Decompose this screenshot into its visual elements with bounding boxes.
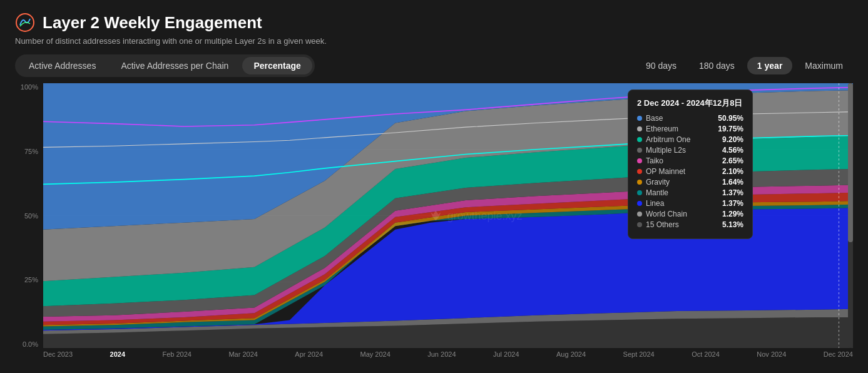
x-label-oct2024: Oct 2024 (692, 350, 720, 358)
tab-active-addresses-per-chain[interactable]: Active Addresses per Chain (110, 57, 240, 74)
others-label: 15 Others (646, 220, 679, 229)
tooltip-row-others: 15 Others 5.13% (637, 220, 743, 229)
y-label-75: 75% (24, 148, 38, 155)
arb-value: 9.20% (722, 135, 743, 144)
taiko-dot (637, 158, 642, 163)
header-row: Layer 2 Weekly Engagement (15, 13, 853, 33)
others-dot (637, 222, 642, 227)
x-label-2024: 2024 (110, 350, 125, 358)
base-label: Base (646, 114, 663, 123)
tab-percentage[interactable]: Percentage (242, 57, 312, 74)
x-label-aug2024: Aug 2024 (556, 350, 586, 358)
controls-row: Active Addresses Active Addresses per Ch… (15, 54, 853, 77)
mantle-dot (637, 190, 642, 195)
op-dot (637, 169, 642, 174)
worldchain-dot (637, 212, 642, 217)
gravity-label: Gravity (646, 178, 670, 186)
eth-dot (637, 126, 642, 131)
worldchain-value: 1.29% (722, 210, 743, 218)
y-label-50: 50% (24, 212, 38, 220)
tooltip-box: 2 Dec 2024 - 2024年12月8日 Base 50.95% Ethe… (628, 89, 753, 239)
time-filter-1y[interactable]: 1 year (747, 57, 792, 74)
arb-dot (637, 137, 642, 142)
op-value: 2.10% (722, 167, 743, 176)
legend-scrollbar-thumb (848, 83, 853, 242)
tooltip-row-multil2: Multiple L2s 4.56% (637, 146, 743, 155)
multil2-value: 4.56% (722, 146, 743, 155)
page-title: Layer 2 Weekly Engagement (43, 13, 262, 33)
time-filter-180d[interactable]: 180 days (689, 57, 745, 74)
tooltip-row-op: OP Mainnet 2.10% (637, 167, 743, 176)
taiko-value: 2.65% (722, 156, 743, 165)
logo-icon (15, 13, 35, 33)
x-label-jul2024: Jul 2024 (493, 350, 519, 358)
tooltip-row-mantle: Mantle 1.37% (637, 188, 743, 197)
chart-wrapper: 100% 75% 50% 25% 0.0% (15, 83, 853, 367)
multil2-label: Multiple L2s (646, 146, 686, 155)
x-label-mar2024: Mar 2024 (228, 350, 257, 358)
tooltip-row-gravity: Gravity 1.64% (637, 178, 743, 186)
base-dot (637, 116, 642, 121)
tooltip-row-linea: Linea 1.37% (637, 199, 743, 208)
x-label-may2024: May 2024 (360, 350, 390, 358)
mantle-value: 1.37% (722, 188, 743, 197)
gravity-value: 1.64% (722, 178, 743, 186)
x-label-sep2024: Sept 2024 (623, 350, 655, 358)
y-axis: 100% 75% 50% 25% 0.0% (15, 83, 43, 348)
multil2-dot (637, 148, 642, 153)
x-label-nov2024: Nov 2024 (757, 350, 786, 358)
x-label-apr2024: Apr 2024 (295, 350, 323, 358)
x-label-jun2024: Jun 2024 (427, 350, 456, 358)
x-axis: Dec 2023 2024 Feb 2024 Mar 2024 Apr 2024… (43, 348, 853, 367)
base-value: 50.95% (718, 114, 743, 123)
legend-scrollbar[interactable] (848, 83, 853, 348)
linea-dot (637, 201, 642, 206)
op-label: OP Mainnet (646, 167, 685, 176)
worldchain-label: World Chain (646, 210, 687, 218)
y-label-100: 100% (21, 83, 38, 91)
arb-label: Arbitrum One (646, 135, 690, 144)
y-label-25: 25% (24, 276, 38, 284)
x-label-dec2023: Dec 2023 (43, 350, 73, 358)
tab-active-addresses[interactable]: Active Addresses (18, 57, 107, 74)
time-filter-group: 90 days 180 days 1 year Maximum (636, 57, 853, 74)
eth-label: Ethereum (646, 125, 678, 133)
taiko-label: Taiko (646, 156, 663, 165)
tooltip-row-taiko: Taiko 2.65% (637, 156, 743, 165)
eth-value: 19.75% (718, 125, 743, 133)
tooltip-row-worldchain: World Chain 1.29% (637, 210, 743, 218)
chart-area: 100% 75% 50% 25% 0.0% (15, 83, 853, 367)
tooltip-date: 2 Dec 2024 - 2024年12月8日 (637, 98, 743, 109)
page-subtitle: Number of distinct addresses interacting… (15, 36, 853, 46)
mantle-label: Mantle (646, 188, 668, 197)
others-value: 5.13% (722, 220, 743, 229)
linea-value: 1.37% (722, 199, 743, 208)
linea-label: Linea (646, 199, 664, 208)
x-label-feb2024: Feb 2024 (162, 350, 191, 358)
tooltip-row-eth: Ethereum 19.75% (637, 125, 743, 133)
gravity-dot (637, 180, 642, 185)
main-container: Layer 2 Weekly Engagement Number of dist… (0, 0, 868, 373)
time-filter-max[interactable]: Maximum (795, 57, 853, 74)
tooltip-row-base: Base 50.95% (637, 114, 743, 123)
y-label-0: 0.0% (23, 340, 38, 348)
x-label-dec2024: Dec 2024 (824, 350, 853, 358)
tooltip-row-arb: Arbitrum One 9.20% (637, 135, 743, 144)
tab-group: Active Addresses Active Addresses per Ch… (15, 54, 315, 77)
time-filter-90d[interactable]: 90 days (636, 57, 687, 74)
